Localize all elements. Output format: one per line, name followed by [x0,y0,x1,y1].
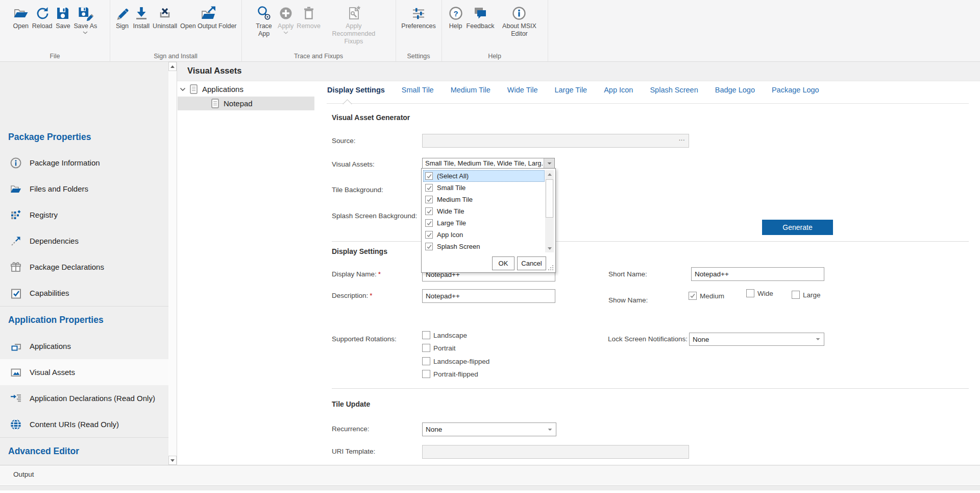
sidebar-item-package-declarations[interactable]: Package Declarations [0,254,168,280]
sidebar-scrollbar[interactable] [168,62,177,465]
sidebar-item-dependencies[interactable]: Dependencies [0,228,168,254]
sidebar-item-content-uris[interactable]: Content URIs (Read Only) [0,411,168,437]
sidebar-item-visual-assets[interactable]: Visual Assets [0,359,168,385]
rotation-landscape-flipped-checkbox[interactable]: Landscape-flipped [422,357,489,365]
checkbox[interactable] [425,207,433,215]
dropdown-option-splash-screen[interactable]: Splash Screen [423,241,545,252]
lock-screen-notifications-select[interactable]: None [689,333,824,346]
remove-button[interactable]: Remove [295,3,322,30]
sidebar-item-applications[interactable]: Applications [0,333,168,359]
description-input[interactable]: Notepad++ [422,289,555,303]
visual-assets-combobox[interactable]: Small Tile, Medium Tile, Wide Tile, Larg… [422,158,555,169]
uninstall-button[interactable]: Uninstall [151,3,179,30]
open-button[interactable]: Open [11,3,31,30]
ribbon-group-sign-install: Sign Install Uninstall [110,0,242,61]
rotation-landscape-checkbox[interactable]: Landscape [422,331,467,339]
files-folders-icon [9,183,22,195]
resize-grip-icon[interactable] [548,265,554,271]
recurrence-select[interactable]: None [422,422,556,436]
checkbox[interactable] [425,196,433,203]
sidebar-item-registry[interactable]: Registry [0,202,168,228]
generate-button[interactable]: Generate [762,220,833,235]
apply-button[interactable]: Apply [276,3,295,34]
sidebar-item-application-declarations[interactable]: Application Declarations (Read Only) [0,385,168,411]
dropdown-arrow-icon[interactable] [544,158,554,168]
scroll-up-button[interactable] [168,62,177,71]
apply-recommended-fixups-button[interactable]: Apply Recommended Fixups [322,3,385,45]
ok-button[interactable]: OK [492,256,514,270]
sidebar-item-package-information[interactable]: Package Information [0,150,168,176]
scroll-down-button[interactable] [545,244,554,252]
checkbox[interactable] [425,172,433,180]
dropdown-option-wide-tile[interactable]: Wide Tile [423,205,545,217]
sign-pencil-icon [114,4,130,22]
sidebar-item-capabilities[interactable]: Capabilities [0,280,168,306]
tab-badge-logo[interactable]: Badge Logo [715,86,755,94]
reload-button[interactable]: Reload [31,3,54,30]
source-input[interactable]: ... [422,134,689,148]
show-name-large-checkbox[interactable]: Large [792,291,821,299]
about-msix-editor-button[interactable]: About MSIX Editor [496,3,543,38]
scroll-down-button[interactable] [168,456,177,465]
dropdown-option-medium-tile[interactable]: Medium Tile [423,194,545,205]
ribbon-toolbar: Open Reload Save [0,0,980,62]
dropdown-option-small-tile[interactable]: Small Tile [423,182,545,194]
checkbox[interactable] [422,344,430,352]
sidebar-divider [0,306,168,307]
active-tab-caret [342,99,352,108]
uri-template-input[interactable] [422,445,689,459]
save-button[interactable]: Save [54,3,72,30]
checkbox[interactable] [425,243,433,250]
tab-splash-screen[interactable]: Splash Screen [650,86,698,94]
tree-node-notepad[interactable]: Notepad [178,97,314,110]
msix-editor-window: Open Reload Save [0,0,980,493]
dropdown-option-select-all[interactable]: (Select All) [423,170,545,182]
checkbox[interactable] [425,184,433,192]
chevron-down-icon[interactable] [180,87,186,91]
open-output-folder-button[interactable]: Open Output Folder [179,3,238,30]
show-name-wide-checkbox[interactable]: Wide [746,289,773,297]
browse-button[interactable]: ... [679,134,685,142]
feedback-button[interactable]: Feedback [465,3,496,30]
checkbox[interactable] [422,357,430,365]
checkbox[interactable] [425,231,433,239]
applications-icon [9,340,22,353]
rotation-portrait-flipped-checkbox[interactable]: Portrait-flipped [422,370,478,378]
sidebar-item-files-and-folders[interactable]: Files and Folders [0,176,168,202]
tab-large-tile[interactable]: Large Tile [554,86,587,94]
cancel-button[interactable]: Cancel [517,256,546,270]
sign-button[interactable]: Sign [113,3,131,30]
short-name-input[interactable]: Notepad++ [691,267,824,281]
tab-package-logo[interactable]: Package Logo [772,86,819,94]
preferences-button[interactable]: Preferences [400,3,437,30]
feedback-icon [473,4,488,22]
tab-medium-tile[interactable]: Medium Tile [451,86,491,94]
dropdown-scrollbar[interactable] [545,170,554,252]
visual-assets-label: Visual Assets: [332,160,375,169]
dropdown-option-app-icon[interactable]: App Icon [423,229,545,241]
rotation-portrait-checkbox[interactable]: Portrait [422,344,456,352]
checkbox[interactable] [746,289,754,297]
dropdown-option-large-tile[interactable]: Large Tile [423,217,545,229]
tab-display-settings[interactable]: Display Settings [327,86,385,94]
checkbox[interactable] [792,291,800,299]
remove-trash-icon [301,4,316,22]
tab-wide-tile[interactable]: Wide Tile [507,86,538,94]
checkbox[interactable] [425,219,433,227]
help-button[interactable]: ? Help [447,3,465,30]
install-button[interactable]: Install [131,3,151,30]
save-as-button[interactable]: Save As [72,3,99,34]
show-name-medium-checkbox[interactable]: Medium [689,292,724,300]
tab-small-tile[interactable]: Small Tile [402,86,434,94]
checkbox[interactable] [422,370,430,378]
output-panel-bar[interactable]: Output [0,465,980,485]
tab-app-icon[interactable]: App Icon [604,86,633,94]
checkbox[interactable] [422,331,430,339]
trace-app-button[interactable]: Trace App [252,3,276,38]
scroll-up-button[interactable] [545,170,554,178]
tree-node-applications[interactable]: Applications [180,82,243,96]
open-folder-icon [13,4,29,22]
scrollbar-thumb[interactable] [546,179,553,218]
checkbox[interactable] [689,292,697,300]
install-arrow-icon [134,4,149,22]
